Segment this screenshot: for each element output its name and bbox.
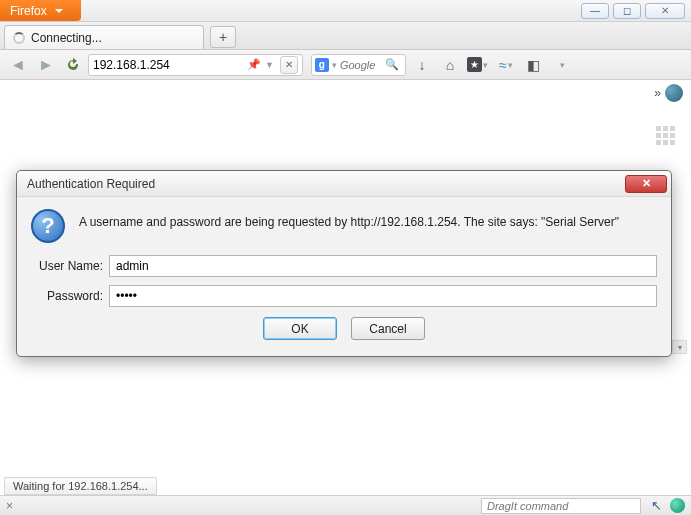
dialog-title: Authentication Required (27, 177, 155, 191)
sidebar-icon: ◧ (527, 57, 540, 73)
back-button[interactable]: ◄ (6, 54, 30, 76)
apps-grid-icon[interactable] (656, 126, 675, 145)
navigation-toolbar: ◄ ► 📌 ▼ ✕ g ▾ 🔍 ↓ ⌂ ★▾ ≈▾ ◧ ▾ (0, 50, 691, 80)
tab-title: Connecting... (31, 31, 102, 45)
url-bar[interactable]: 📌 ▼ ✕ (88, 54, 303, 76)
cancel-button[interactable]: Cancel (351, 317, 425, 340)
download-icon: ↓ (418, 57, 425, 73)
dialog-titlebar[interactable]: Authentication Required ✕ (17, 171, 671, 197)
chevron-down-icon: ▾ (483, 60, 488, 70)
pin-icon[interactable]: 📌 (247, 58, 261, 71)
auth-dialog: Authentication Required ✕ ? A username a… (16, 170, 672, 357)
firefox-menu-button[interactable]: Firefox (0, 0, 81, 21)
scrollbar-down-button[interactable]: ▾ (672, 340, 687, 354)
extension-orb-icon[interactable] (670, 498, 685, 513)
search-engine-dropdown-icon[interactable]: ▾ (332, 60, 337, 70)
maximize-button[interactable]: ◻ (613, 3, 641, 19)
dragit-command-input[interactable] (481, 498, 641, 514)
cursor-icon[interactable]: ↖ (651, 498, 662, 513)
status-bar: Waiting for 192.168.1.254... (4, 477, 157, 495)
search-go-icon[interactable]: 🔍 (385, 58, 399, 71)
url-dropdown-icon[interactable]: ▼ (265, 60, 274, 70)
dialog-message: A username and password are being reques… (79, 209, 619, 229)
dialog-close-button[interactable]: ✕ (625, 175, 667, 193)
window-close-button[interactable]: ✕ (645, 3, 685, 19)
reload-icon (65, 57, 81, 73)
home-button[interactable]: ⌂ (438, 54, 462, 76)
search-bar[interactable]: g ▾ 🔍 (311, 54, 406, 76)
tab-strip: Connecting... + (0, 22, 691, 50)
forward-button[interactable]: ► (34, 54, 58, 76)
search-input[interactable] (340, 59, 382, 71)
extension-icon[interactable] (665, 84, 683, 102)
sync-button[interactable]: ≈▾ (494, 54, 518, 76)
minimize-button[interactable]: — (581, 3, 609, 19)
stop-button[interactable]: ✕ (280, 56, 298, 74)
toolbar-overflow-button[interactable]: ▾ (550, 54, 574, 76)
chevron-down-icon: ▾ (508, 60, 513, 70)
url-input[interactable] (93, 58, 243, 72)
new-tab-button[interactable]: + (210, 26, 236, 48)
status-text: Waiting for 192.168.1.254... (13, 480, 148, 492)
username-input[interactable] (109, 255, 657, 277)
sidebar-toggle-button[interactable]: ◧ (522, 54, 546, 76)
loading-spinner-icon (13, 32, 25, 44)
overflow-chevron-icon[interactable]: » (654, 86, 661, 100)
question-icon: ? (31, 209, 65, 243)
dialog-body: ? A username and password are being requ… (17, 197, 671, 356)
home-icon: ⌂ (446, 57, 454, 73)
search-engine-icon[interactable]: g (315, 58, 329, 72)
sync-icon: ≈ (499, 57, 507, 73)
window-titlebar: Firefox — ◻ ✕ (0, 0, 691, 22)
downloads-button[interactable]: ↓ (410, 54, 434, 76)
addon-bar: × ↖ (0, 495, 691, 515)
star-icon: ★ (467, 57, 482, 72)
password-input[interactable] (109, 285, 657, 307)
addon-bar-close-button[interactable]: × (6, 499, 13, 513)
window-controls: — ◻ ✕ (575, 0, 691, 21)
bookmarks-button[interactable]: ★▾ (466, 54, 490, 76)
app-name: Firefox (10, 4, 47, 18)
username-label: User Name: (31, 259, 109, 273)
ok-button[interactable]: OK (263, 317, 337, 340)
reload-button[interactable] (62, 54, 84, 76)
password-label: Password: (31, 289, 109, 303)
chevron-down-icon: ▾ (560, 60, 565, 70)
browser-tab[interactable]: Connecting... (4, 25, 204, 49)
